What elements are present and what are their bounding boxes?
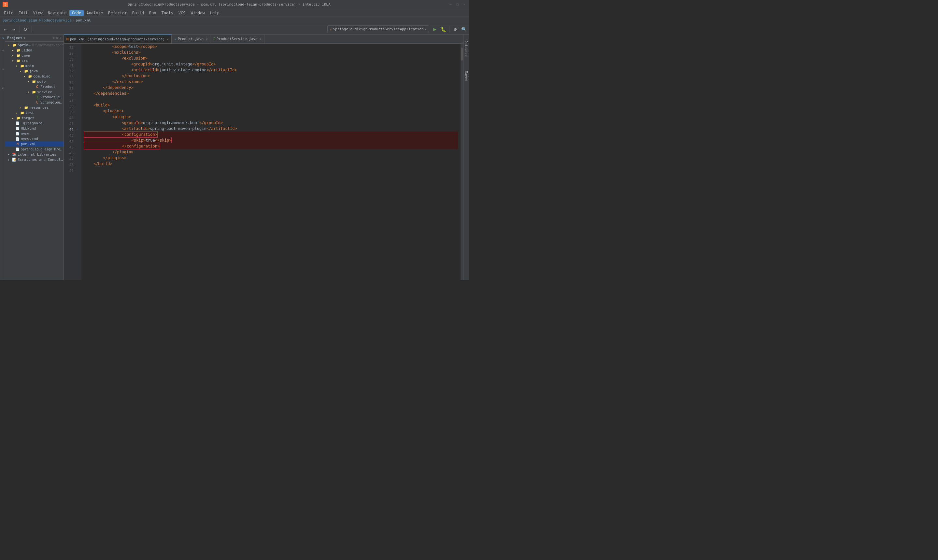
structure-icon[interactable]: S xyxy=(0,48,5,53)
run-configuration[interactable]: ☕ SpringcloudFeignProductsServiceApplica… xyxy=(327,25,429,33)
tree-item-app[interactable]: C SpringcloudFeign ProductsServiceAppl xyxy=(5,100,63,105)
tree-item-mvn[interactable]: ▸ 📁 .mvn xyxy=(5,53,63,58)
menu-navigate[interactable]: Navigate xyxy=(45,10,69,16)
helpmd-label: HELP.md xyxy=(21,126,36,131)
tree-item-extlibs[interactable]: ▸ 📚 External Libraries xyxy=(5,152,63,157)
close-panel-icon[interactable]: ✕ xyxy=(59,36,62,40)
menu-code[interactable]: Code xyxy=(69,10,84,16)
tree-item-pomxml[interactable]: M pom.xml xyxy=(5,141,63,146)
gutter-44 xyxy=(76,137,81,143)
project-tree: ▾ 📁 SpringCloudFeign ProductsService D:\… xyxy=(5,42,63,280)
tree-item-main[interactable]: ▾ 📁 main xyxy=(5,63,63,68)
pomxml-tab-label: pom.xml (springcloud-feign-products-serv… xyxy=(70,37,165,42)
line-38: 38 xyxy=(64,103,74,109)
settings-gear-icon[interactable]: ⚙ xyxy=(56,36,59,40)
editor-content[interactable]: 28 29 30 31 32 33 34 35 36 37 38 39 40 4… xyxy=(64,44,463,280)
collapse-all-icon[interactable]: ⊟ xyxy=(53,36,55,40)
tree-item-gitignore[interactable]: 📄 .gitignore xyxy=(5,120,63,126)
combiao-expand-icon: ▾ xyxy=(22,74,27,78)
tree-item-mvnwcmd[interactable]: 📄 mvnw.cmd xyxy=(5,136,63,141)
project-icon[interactable]: P xyxy=(0,36,5,40)
scratches-icon: 📝 xyxy=(12,157,17,162)
product-tab-icon: ☕ xyxy=(174,37,177,41)
app-icon: I xyxy=(3,2,8,7)
minimize-button[interactable]: ─ xyxy=(448,2,453,6)
menu-help[interactable]: Help xyxy=(208,10,222,16)
tree-item-src[interactable]: ▾ 📁 src xyxy=(5,58,63,63)
tree-item-java[interactable]: ▾ 📁 java xyxy=(5,68,63,74)
close-button[interactable]: ✕ xyxy=(462,2,467,6)
menu-window[interactable]: Window xyxy=(188,10,207,16)
gutter-28 xyxy=(76,44,81,49)
maximize-button[interactable]: □ xyxy=(455,2,459,6)
forward-button[interactable]: → xyxy=(10,25,18,33)
src-expand-icon: ▾ xyxy=(11,58,15,63)
menu-refactor[interactable]: Refactor xyxy=(106,10,129,16)
maven-tab[interactable]: Maven xyxy=(464,68,469,84)
idea-expand-icon: ▸ xyxy=(11,48,15,52)
gutter: │ ↓ xyxy=(75,44,82,280)
pomxml-tab-close[interactable]: ✕ xyxy=(167,37,169,41)
favorites-icon[interactable]: F xyxy=(0,67,5,72)
tab-pomxml[interactable]: M pom.xml (springcloud-feign-products-se… xyxy=(64,34,172,44)
code-view[interactable]: <scope>test</scope> <exclusions> <exclus… xyxy=(82,44,461,280)
tree-item-iml[interactable]: 📄 SpringCloudFeign ProductsService.iml xyxy=(5,146,63,152)
menu-build[interactable]: Build xyxy=(129,10,146,16)
menu-tools[interactable]: Tools xyxy=(159,10,176,16)
tree-item-scratches[interactable]: ▸ 📝 Scratches and Consoles xyxy=(5,157,63,162)
database-tab[interactable]: Database xyxy=(464,37,469,60)
line-46: 46 xyxy=(64,151,74,156)
run-button[interactable]: ▶ xyxy=(431,25,439,33)
tree-item-helpmd[interactable]: 📄 HELP.md xyxy=(5,126,63,131)
gutter-41 xyxy=(76,120,81,126)
code-line-34: </exclusions> xyxy=(84,79,458,85)
tree-item-pojo[interactable]: ▾ 📁 pojo xyxy=(5,79,63,84)
menu-vcs[interactable]: VCS xyxy=(176,10,188,16)
tree-item-product[interactable]: C Product xyxy=(5,84,63,89)
menu-run[interactable]: Run xyxy=(146,10,159,16)
project-dropdown-icon[interactable]: ▼ xyxy=(23,37,25,40)
productservice-tab-close[interactable]: ✕ xyxy=(260,37,262,41)
tree-item-service[interactable]: ▾ 📁 service xyxy=(5,89,63,94)
back-button[interactable]: ← xyxy=(1,25,9,33)
menu-analyze[interactable]: Analyze xyxy=(84,10,106,16)
menu-view[interactable]: View xyxy=(31,10,45,16)
tree-item-mvnw[interactable]: 📄 mvnw xyxy=(5,131,63,136)
gutter-36 xyxy=(76,91,81,96)
line-44: 44 xyxy=(64,139,74,145)
line-48: 48 xyxy=(64,162,74,168)
tree-item-root[interactable]: ▾ 📁 SpringCloudFeign ProductsService D:\… xyxy=(5,42,63,48)
code-line-48: </build> xyxy=(84,161,458,167)
root-expand-icon: ▾ xyxy=(6,43,11,47)
product-class-icon: C xyxy=(35,84,39,89)
menu-file[interactable]: File xyxy=(1,10,16,16)
breadcrumb-project[interactable]: SpringCloudFeign ProductsService xyxy=(3,18,72,23)
breadcrumb-file[interactable]: pom.xml xyxy=(76,18,91,23)
gutter-30: │ xyxy=(76,55,81,61)
tree-item-target[interactable]: ▸ 📁 target xyxy=(5,115,63,120)
tab-productservice[interactable]: I ProductService.java ✕ xyxy=(210,34,265,44)
menu-bar: File Edit View Navigate Code Analyze Ref… xyxy=(0,9,469,17)
search-everywhere-button[interactable]: 🔍 xyxy=(460,25,468,33)
tree-item-resources[interactable]: ▸ 📁 resources xyxy=(5,105,63,110)
gutter-35 xyxy=(76,85,81,91)
project-header-icons: ⊟ ⚙ ✕ xyxy=(53,36,62,40)
sync-button[interactable]: ⟳ xyxy=(22,25,30,33)
line-35: 35 xyxy=(64,86,74,92)
settings-button[interactable]: ⚙ xyxy=(451,25,459,33)
tab-product[interactable]: ☕ Product.java ✕ xyxy=(172,34,210,44)
window-title: SpringCloudFeignProductsService - pom.xm… xyxy=(10,2,448,6)
tree-item-productservice[interactable]: I ProductService xyxy=(5,94,63,100)
tree-item-combiao[interactable]: ▾ 📁 com.biao xyxy=(5,74,63,79)
line-32: 32 xyxy=(64,68,74,74)
line-30: 30 xyxy=(64,57,74,63)
mvn-expand-icon: ▸ xyxy=(11,53,15,58)
tree-item-test[interactable]: ▸ 📁 test xyxy=(5,110,63,115)
tree-item-idea[interactable]: ▸ 📁 .idea xyxy=(5,48,63,53)
debug-button[interactable]: 🐛 xyxy=(439,25,447,33)
web-icon[interactable]: W xyxy=(0,86,5,91)
product-tab-close[interactable]: ✕ xyxy=(205,37,208,41)
combiao-label: com.biao xyxy=(33,74,51,78)
line-36: 36 xyxy=(64,92,74,98)
menu-edit[interactable]: Edit xyxy=(16,10,31,16)
